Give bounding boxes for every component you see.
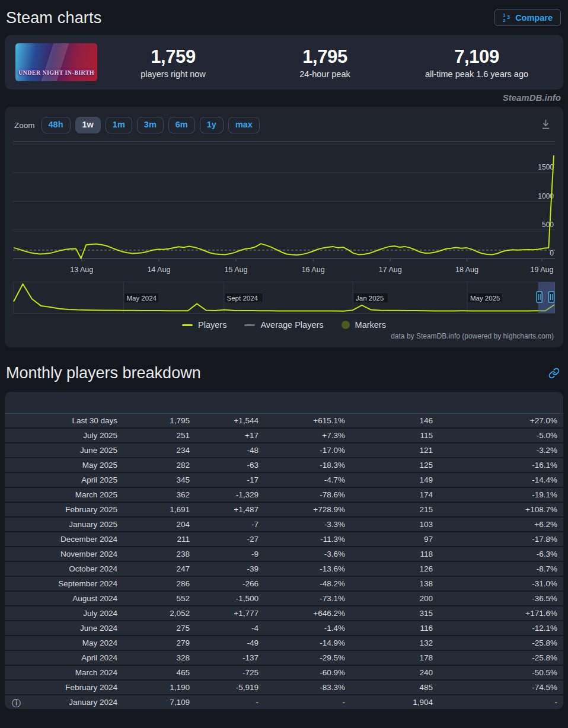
svg-text:1: 1 xyxy=(503,12,506,18)
cell-value: - xyxy=(196,695,264,709)
cell-value: 97 xyxy=(351,532,439,547)
legend-item-markers[interactable]: Markers xyxy=(342,320,386,330)
zoom-button-1m[interactable]: 1m xyxy=(106,117,132,133)
svg-text:May 2024: May 2024 xyxy=(126,295,157,302)
download-chart-button[interactable] xyxy=(538,116,554,134)
cell-value: -12.1% xyxy=(439,621,563,636)
cell-value: -14.9% xyxy=(264,636,351,650)
cell-value: +108.7% xyxy=(439,502,563,517)
cell-value: 238 xyxy=(123,547,196,561)
cell-value: -1,329 xyxy=(196,487,264,502)
table-row: April 2024328-137-29.5%178-25.8% xyxy=(5,650,563,665)
chart-navigator[interactable]: May 2024Sept 2024Jan 2025May 2025 xyxy=(13,282,555,314)
navigator-handle[interactable] xyxy=(549,292,554,302)
svg-text:May 2025: May 2025 xyxy=(470,295,500,302)
cell-value: -14.4% xyxy=(439,472,563,487)
cell-value: 116 xyxy=(351,621,439,636)
players-chart[interactable]: 05001000150013 Aug14 Aug15 Aug16 Aug17 A… xyxy=(13,142,555,279)
cell-value: -74.5% xyxy=(439,680,563,695)
legend-item-average-players[interactable]: Average Players xyxy=(244,320,323,330)
cell-value: 275 xyxy=(123,621,196,636)
table-row: February 20251,691+1,487+728.9%215+108.7… xyxy=(5,502,563,517)
cell-value: -1,500 xyxy=(196,591,264,606)
cell-month: December 2024 xyxy=(5,532,123,547)
cell-value: 7,109 xyxy=(123,695,196,709)
cell-month: April 2025 xyxy=(5,472,123,487)
table-row: December 2024211-27-11.3%97-17.8% xyxy=(5,532,563,547)
zoom-button-max[interactable]: max xyxy=(228,117,260,133)
cell-value: -17 xyxy=(196,472,264,487)
cell-month: July 2024 xyxy=(5,606,123,621)
cell-value: 132 xyxy=(351,636,439,650)
alltime-peak-value: 7,109 xyxy=(401,46,553,68)
table-row: March 2025362-1,329-78.6%174-19.1% xyxy=(5,487,563,502)
players-now-label: players right now xyxy=(97,69,249,79)
svg-text:Sept 2024: Sept 2024 xyxy=(227,295,259,302)
cell-value: -137 xyxy=(196,650,264,665)
cell-value: -49 xyxy=(196,636,264,650)
series-dash-icon xyxy=(244,324,255,326)
cell-value: 362 xyxy=(123,487,196,502)
cell-month: November 2024 xyxy=(5,547,123,561)
players-now-value: 1,759 xyxy=(97,46,249,68)
breakdown-table-header xyxy=(5,392,563,413)
cell-value: -60.9% xyxy=(264,665,351,680)
cell-value: -25.8% xyxy=(439,636,563,650)
breakdown-table: Last 30 days1,795+1,544+615.1%146+27.0%J… xyxy=(5,413,563,709)
section-anchor-link[interactable] xyxy=(548,368,560,379)
compare-button[interactable]: 1 2 3 Compare xyxy=(494,9,561,26)
svg-text:15 Aug: 15 Aug xyxy=(225,266,248,274)
cell-value: 282 xyxy=(123,458,196,472)
cell-value: -3.2% xyxy=(439,443,563,458)
cell-month: May 2025 xyxy=(5,458,123,472)
cell-value: -19.1% xyxy=(439,487,563,502)
navigator-handle[interactable] xyxy=(537,292,542,302)
stat-alltime-peak: 7,109 all-time peak 1.6 years ago xyxy=(401,46,553,79)
cell-value: +7.3% xyxy=(264,428,351,443)
stat-players-now: 1,759 players right now xyxy=(97,46,249,79)
cell-value: 204 xyxy=(123,517,196,532)
cell-value: 315 xyxy=(351,606,439,621)
svg-text:2: 2 xyxy=(503,18,506,23)
cell-value: 1,795 xyxy=(123,414,196,429)
zoom-button-48h[interactable]: 48h xyxy=(42,117,71,133)
cell-value: +728.9% xyxy=(264,502,351,517)
cell-value: +171.6% xyxy=(439,606,563,621)
legend-label: Players xyxy=(198,320,226,330)
table-row: February 20241,190-5,919-83.3%485-74.5% xyxy=(5,680,563,695)
zoom-button-3m[interactable]: 3m xyxy=(137,117,164,133)
cell-month: September 2024 xyxy=(5,576,123,591)
zoom-button-6m[interactable]: 6m xyxy=(168,117,195,133)
svg-text:500: 500 xyxy=(542,221,554,229)
cell-value: -16.1% xyxy=(439,458,563,472)
cell-value: -13.6% xyxy=(264,561,351,576)
zoom-button-1w[interactable]: 1w xyxy=(75,117,101,133)
legend-item-players[interactable]: Players xyxy=(182,320,226,330)
table-row: ⓘJanuary 20247,109--1,904- xyxy=(5,695,563,709)
svg-text:17 Aug: 17 Aug xyxy=(379,266,402,274)
cell-month: March 2025 xyxy=(5,487,123,502)
game-capsule-image[interactable]: UNDER NIGHT IN-BIRTH xyxy=(15,43,97,81)
svg-text:14 Aug: 14 Aug xyxy=(147,266,170,274)
cell-value: -6.3% xyxy=(439,547,563,561)
cell-value: 234 xyxy=(123,443,196,458)
cell-month: May 2024 xyxy=(5,636,123,650)
cell-value: -7 xyxy=(196,517,264,532)
svg-text:Jan 2025: Jan 2025 xyxy=(356,295,384,302)
zoom-button-1y[interactable]: 1y xyxy=(200,117,224,133)
cell-value: -83.3% xyxy=(264,680,351,695)
cell-value: - xyxy=(264,695,351,709)
chart-credit[interactable]: data by SteamDB.info (powered by highcha… xyxy=(13,330,555,341)
cell-value: 125 xyxy=(351,458,439,472)
cell-month: January 2025 xyxy=(5,517,123,532)
cell-value: -25.8% xyxy=(439,650,563,665)
breakdown-table-panel: Last 30 days1,795+1,544+615.1%146+27.0%J… xyxy=(5,392,563,709)
table-row: July 2025251+17+7.3%115-5.0% xyxy=(5,428,563,443)
page-title: Steam charts xyxy=(6,9,561,27)
cell-month: March 2024 xyxy=(5,665,123,680)
cell-value: 215 xyxy=(351,502,439,517)
cell-value: -78.6% xyxy=(264,487,351,502)
breakdown-table-body: Last 30 days1,795+1,544+615.1%146+27.0%J… xyxy=(5,414,563,710)
info-icon[interactable]: ⓘ xyxy=(12,698,21,707)
cell-value: 465 xyxy=(123,665,196,680)
